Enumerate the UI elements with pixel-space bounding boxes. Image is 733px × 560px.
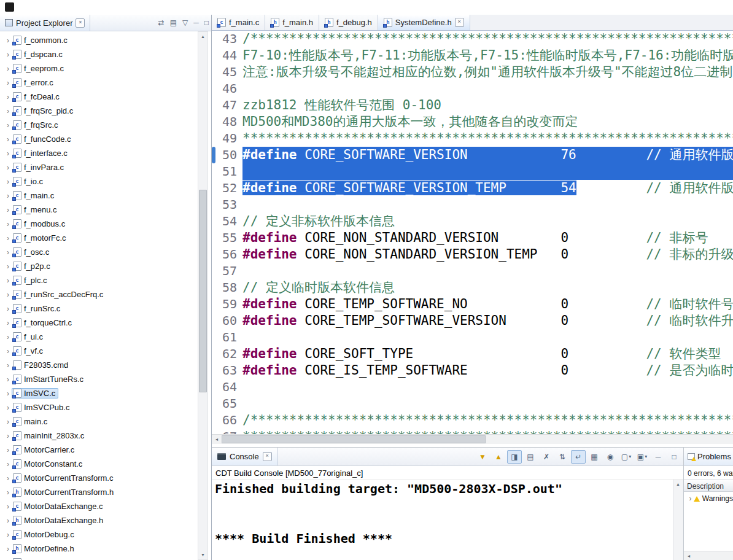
scroll-left-icon[interactable]: ◄ (212, 435, 222, 444)
next-error-icon[interactable]: ▼ (475, 450, 490, 464)
chevron-right-icon[interactable]: › (4, 432, 12, 440)
show-error-in-editor-icon[interactable]: ◨ (507, 450, 522, 464)
previous-error-icon[interactable]: ▲ (491, 450, 506, 464)
tree-item[interactable]: › c ImSVC.c (0, 386, 211, 400)
editor-hscrollbar[interactable]: ◄ (212, 434, 733, 444)
tree-item-body[interactable]: c f_fcDeal.c (12, 91, 63, 102)
link-with-editor-icon[interactable]: ⇄ (158, 18, 165, 27)
tree-item-body[interactable]: F28035.cmd (12, 360, 71, 370)
tree-item[interactable]: › c f_fcDeal.c (0, 90, 211, 104)
scroll-up-icon[interactable]: ▲ (198, 32, 207, 41)
tree-item-body[interactable]: c f_funcCode.c (12, 134, 74, 144)
tree-item-body[interactable]: c f_frqSrc.c (12, 120, 61, 130)
tree-item[interactable]: › c f_ui.c (0, 330, 211, 344)
tree-item[interactable]: › c f_motorFc.c (0, 231, 211, 245)
tree-item-body[interactable]: c f_ui.c (12, 332, 46, 342)
code-line[interactable]: 54 // 定义非标软件版本信息 (212, 213, 733, 230)
tree-item[interactable]: › h MotorDataExchange.h (0, 513, 211, 527)
chevron-right-icon[interactable]: › (4, 206, 12, 214)
tree-item[interactable]: › c f_main.c (0, 189, 211, 203)
code-line[interactable]: 59 #define CORE_TEMP_SOFTWARE_NO 0 // 临时… (212, 296, 733, 313)
chevron-right-icon[interactable]: › (4, 93, 12, 101)
tree-item-body[interactable]: c MotorDataExchange.c (12, 501, 106, 511)
tree-item[interactable]: › c f_frqSrc_pid.c (0, 104, 211, 118)
tree-item-body[interactable]: c MotorDebug.c (12, 529, 77, 540)
code-editor[interactable]: 43 /************************************… (212, 31, 733, 434)
tab-project-explorer[interactable]: Project Explorer × (0, 15, 90, 31)
app-icon[interactable] (5, 2, 14, 12)
tree-item-body[interactable]: c f_interface.c (12, 148, 71, 158)
tree-item-body[interactable]: c f_eeprom.c (12, 63, 67, 74)
chevron-right-icon[interactable]: › (4, 404, 12, 411)
editor-tab[interactable]: h SystemDefine.h × (378, 15, 470, 30)
tree-item[interactable]: › c f_common.c (0, 33, 211, 47)
code-line[interactable]: 43 /************************************… (212, 31, 733, 47)
chevron-right-icon[interactable]: › (4, 65, 12, 72)
tree-item[interactable]: › c f_error.c (0, 76, 211, 90)
chevron-right-icon[interactable]: › (4, 164, 12, 171)
tree-item-body[interactable]: c f_frqSrc_pid.c (12, 106, 76, 116)
tree-item[interactable]: › c f_io.c (0, 174, 211, 189)
code-line[interactable]: 57 (212, 263, 733, 279)
tab-console[interactable]: Console × (212, 448, 278, 465)
chevron-right-icon[interactable]: › (4, 178, 12, 185)
tree-item-body[interactable]: c ImSVCPub.c (12, 402, 72, 413)
code-line[interactable]: 65 (212, 395, 733, 412)
tree-item[interactable]: › c f_eeprom.c (0, 61, 211, 76)
tree-item[interactable]: › c MotorDataExchange.c (0, 499, 211, 513)
tree-item[interactable]: › c f_plc.c (0, 273, 211, 287)
chevron-right-icon[interactable]: › (4, 446, 12, 454)
code-line[interactable]: 55 #define CORE_NON_STANDARD_VERSION 0 /… (212, 230, 733, 246)
tree-item-body[interactable]: h MotorCurrentTransform.h (12, 487, 117, 497)
tree-item[interactable]: › c MotorDebug.c (0, 527, 211, 542)
code-line[interactable]: 60 #define CORE_TEMP_SOFTWARE_VERSION 0 … (212, 313, 733, 329)
tree-item-body[interactable]: c f_motorFc.c (12, 233, 69, 243)
copy-icon[interactable]: ▦ (587, 450, 602, 464)
scrollbar-thumb[interactable] (222, 435, 486, 443)
chevron-right-icon[interactable]: › (4, 263, 12, 270)
console-output[interactable]: Finished building target: "MD500-2803X-D… (212, 480, 673, 560)
tree-item[interactable]: › c f_runSrc.c (0, 301, 211, 316)
dropdown-arrow-icon[interactable]: ▾ (645, 454, 647, 459)
chevron-right-icon[interactable]: › (4, 503, 12, 510)
chevron-right-icon[interactable]: › (4, 333, 12, 341)
chevron-right-icon[interactable]: › (4, 79, 12, 87)
chevron-right-icon[interactable]: › (4, 461, 12, 468)
chevron-right-icon[interactable]: › (4, 348, 12, 355)
word-wrap-icon[interactable]: ↵ (571, 450, 586, 464)
tree-item-body[interactable]: c f_runSrc_accDecFrq.c (12, 289, 106, 300)
tree-item[interactable]: › c f_p2p.c (0, 259, 211, 273)
code-line[interactable]: 52 #define CORE_SOFTWARE_VERSION_TEMP 54… (212, 180, 733, 196)
collapse-all-icon[interactable]: ▤ (170, 18, 177, 27)
tree-item[interactable]: › c f_dspcan.c (0, 47, 211, 61)
code-line[interactable]: 50 #define CORE_SOFTWARE_VERSION 76 // 通… (212, 147, 733, 163)
tree-item-body[interactable]: c f_p2p.c (12, 261, 53, 271)
tree-item-body[interactable]: c f_runSrc.c (12, 303, 63, 314)
minimize-icon[interactable]: ─ (651, 450, 665, 464)
chevron-right-icon[interactable]: › (4, 418, 12, 426)
chevron-right-icon[interactable]: › (4, 136, 12, 143)
tree-item-body[interactable]: c ImSVC.c (12, 388, 58, 399)
tree-item[interactable]: › F28035.cmd (0, 358, 211, 372)
tree-item[interactable]: › c f_interface.c (0, 146, 211, 160)
tree-item-body[interactable]: c f_plc.c (12, 275, 50, 286)
export-log-icon[interactable]: ▤ (523, 450, 538, 464)
chevron-right-icon[interactable]: › (4, 37, 12, 44)
chevron-right-icon[interactable]: › (4, 220, 12, 228)
code-line[interactable]: 46 (212, 80, 733, 97)
code-line[interactable]: 64 (212, 379, 733, 395)
tree-item-body[interactable]: c MotorEncoder.c (12, 558, 83, 560)
tree-item[interactable]: › c MotorEncoder.c (0, 556, 211, 560)
scroll-lock-icon[interactable]: ⇅ (555, 450, 570, 464)
code-line[interactable]: 51 (212, 163, 733, 180)
chevron-right-icon[interactable]: › (4, 376, 12, 383)
code-line[interactable]: 45 注意:版本升级号不能超过相应的位数,例如"通用软件版本升级号"不能超过8位… (212, 64, 733, 80)
code-line[interactable]: 47 zzb1812 性能软件号范围 0-100 (212, 97, 733, 114)
tree-item[interactable]: › h MotorCurrentTransform.h (0, 485, 211, 499)
clear-console-icon[interactable]: ✗ (539, 450, 554, 464)
tree-item-body[interactable]: c MotorCarrier.c (12, 445, 77, 455)
problems-column-description[interactable]: Description (684, 480, 733, 492)
tree-item[interactable]: › c f_torqueCtrl.c (0, 316, 211, 330)
chevron-right-icon[interactable]: › (4, 305, 12, 313)
view-menu-icon[interactable]: ▽ (182, 18, 188, 27)
